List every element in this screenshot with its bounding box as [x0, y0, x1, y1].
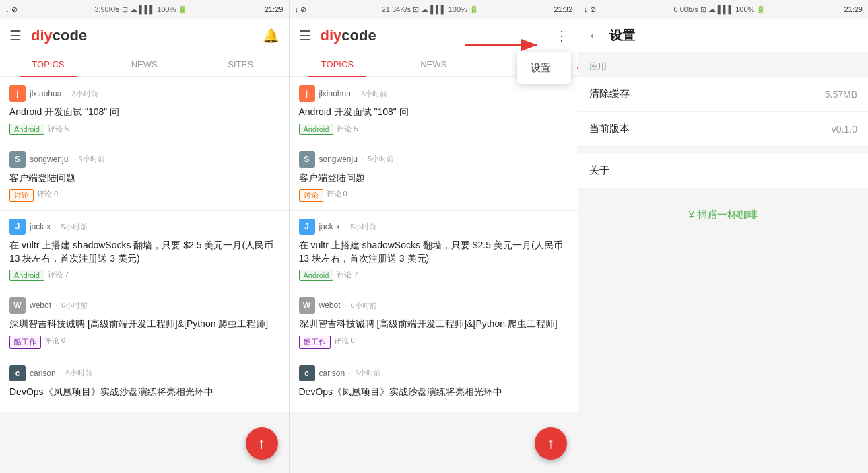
tag-2-4-comment: 评论 0	[334, 336, 355, 349]
tab-news-1[interactable]: NEWS	[96, 52, 193, 76]
top-bar-1: ☰ diycode 🔔	[0, 19, 289, 52]
tags-1-4: 酷工作 评论 0	[9, 336, 279, 349]
tag-2-1-comment: 评论 5	[337, 124, 358, 135]
fab-2[interactable]: ↑	[535, 427, 567, 460]
tag-comment-1-4: 评论 0	[44, 336, 65, 349]
feed-item-2-1[interactable]: j jlxiaohua · 3小时前 Android 开发面试 "108" 问 …	[290, 77, 578, 143]
dropdown-settings[interactable]: 设置	[517, 55, 571, 81]
tag-android-1-1: Android	[9, 124, 44, 135]
status-time-2: 21:32	[554, 5, 572, 13]
title-2-5: DevOps《凤凰项目》实战沙盘演练将亮相光环中	[299, 386, 569, 399]
tab-topics-1[interactable]: TOPICS	[0, 52, 96, 76]
settings-row-about[interactable]: 关于	[578, 153, 868, 188]
signal-icon-3: ↓ ⊘	[584, 5, 596, 14]
settings-list: 清除缓存 5.57MB 当前版本 v0.1.0	[578, 77, 868, 147]
status-center-2: 21.34K/s ⊡ ☁ ▌▌▌ 100% 🔋	[382, 5, 479, 14]
status-center-1: 3.98K/s ⊡ ☁ ▌▌▌ 100% 🔋	[94, 5, 187, 14]
title-2-1: Android 开发面试 "108" 问	[299, 106, 569, 119]
time-1-2: 5小时前	[78, 154, 104, 164]
tag-comment-1-3: 评论 7	[48, 270, 69, 281]
tag-comment-1-1: 评论 5	[48, 124, 69, 135]
tags-1-3: Android 评论 7	[9, 270, 279, 281]
author-1-2: songwenju	[30, 155, 68, 164]
donate-text[interactable]: ¥ 捐赠一杯咖啡	[689, 209, 758, 220]
title-1-1: Android 开发面试 "108" 问	[9, 106, 279, 119]
avatar-1-1: j	[9, 85, 26, 102]
title-1-3: 在 vultr 上搭建 shadowSocks 翻墙，只要 $2.5 美元一月(…	[9, 239, 279, 265]
feed-item-1-2[interactable]: S songwenju · 5小时前 客户端登陆问题 讨论 评论 0	[0, 143, 289, 211]
phone-2: ↓ ⊘ 21.34K/s ⊡ ☁ ▌▌▌ 100% 🔋 21:32 ☰ diyc…	[290, 0, 579, 473]
feed-item-1-1[interactable]: j jlxiaohua · 3小时前 Android 开发面试 "108" 问 …	[0, 77, 289, 143]
tab-news-2[interactable]: NEWS	[385, 52, 481, 76]
time-2-2: 5小时前	[368, 154, 394, 164]
feed-meta-1-4: W webot · 6小时前	[9, 297, 279, 314]
avatar-1-5: c	[9, 365, 26, 381]
settings-row-clear-cache[interactable]: 清除缓存 5.57MB	[578, 77, 868, 112]
tag-2-3-comment: 评论 7	[337, 270, 358, 281]
feed-item-1-5[interactable]: c carlson · 6小时前 DevOps《凤凰项目》实战沙盘演练将亮相光环…	[0, 357, 289, 412]
tab-topics-2[interactable]: TOPICS	[290, 52, 386, 76]
feed-item-2-5[interactable]: c carlson · 6小时前 DevOps《凤凰项目》实战沙盘演练将亮相光环…	[290, 357, 578, 412]
feed-meta-1-5: c carlson · 6小时前	[9, 365, 279, 381]
tag-discuss-1-2: 讨论	[9, 189, 34, 202]
status-time-1: 21:29	[265, 5, 283, 13]
signal-icon-2: ↓ ⊘	[295, 5, 307, 14]
tags-1-2: 讨论 评论 0	[9, 189, 279, 202]
status-bar-1: ↓ ⊘ 3.98K/s ⊡ ☁ ▌▌▌ 100% 🔋 21:29	[0, 0, 289, 19]
phone-3: ↓ ⊘ 0.00b/s ⊡ ☁ ▌▌▌ 100% 🔋 21:29 ← 设置 应用…	[578, 0, 868, 473]
avatar-2-2: S	[299, 151, 315, 168]
version-value: v0.1.0	[832, 124, 857, 135]
feed-1: j jlxiaohua · 3小时前 Android 开发面试 "108" 问 …	[0, 77, 289, 473]
time-2-1: 3小时前	[361, 89, 387, 99]
svg-line-3	[578, 67, 578, 235]
tab-sites-1[interactable]: SITES	[193, 52, 289, 76]
settings-top-bar: ← 设置	[578, 19, 868, 52]
bell-icon-1[interactable]: 🔔	[263, 28, 279, 44]
title-2-4: 深圳智吉科技诚聘 [高级前端开发工程师]&[Python 爬虫工程师]	[299, 318, 569, 331]
menu-icon-1[interactable]: ☰	[9, 28, 22, 44]
author-2-4: webot	[319, 301, 341, 310]
back-button[interactable]: ←	[588, 28, 601, 43]
feed-meta-1-2: S songwenju · 5小时前	[9, 151, 279, 168]
menu-icon-2[interactable]: ☰	[299, 28, 311, 44]
author-2-2: songwenju	[319, 155, 358, 164]
feed-item-2-2[interactable]: S songwenju · 5小时前 客户端登陆问题 讨论 评论 0	[290, 143, 578, 211]
settings-row-version: 当前版本 v0.1.0	[578, 112, 868, 147]
feed-item-1-3[interactable]: J jack-x · 5小时前 在 vultr 上搭建 shadowSocks …	[0, 211, 289, 289]
feed-meta-1-3: J jack-x · 5小时前	[9, 219, 279, 235]
tag-2-2-comment: 评论 0	[327, 189, 347, 202]
logo-2: diycode	[321, 27, 556, 44]
feed-meta-1-1: j jlxiaohua · 3小时前	[9, 85, 279, 102]
time-2-5: 6小时前	[355, 368, 381, 378]
feed-item-2-4[interactable]: W webot · 6小时前 深圳智吉科技诚聘 [高级前端开发工程师]&[Pyt…	[290, 289, 578, 357]
time-2-3: 5小时前	[350, 222, 376, 232]
version-label: 当前版本	[589, 122, 630, 135]
avatar-2-1: j	[299, 85, 315, 102]
tag-job-1-4: 酷工作	[9, 336, 41, 349]
tag-2-2-discuss: 讨论	[299, 189, 323, 202]
feed-item-2-3[interactable]: J jack-x · 5小时前 在 vultr 上搭建 shadowSocks …	[290, 211, 578, 289]
avatar-2-5: c	[299, 365, 315, 381]
time-1-3: 5小时前	[61, 222, 87, 232]
about-label: 关于	[589, 164, 609, 176]
tabs-1: TOPICS NEWS SITES	[0, 52, 289, 77]
fab-1[interactable]: ↑	[246, 427, 278, 460]
author-1-5: carlson	[30, 369, 56, 378]
top-bar-2: ☰ diycode ⋮	[290, 19, 578, 52]
time-2-4: 6小时前	[351, 301, 377, 311]
tag-2-4-job: 酷工作	[299, 336, 331, 349]
settings-section-app: 应用	[578, 52, 868, 77]
feed-2: j jlxiaohua · 3小时前 Android 开发面试 "108" 问 …	[290, 77, 578, 473]
bell-icon-2[interactable]: ⋮	[555, 28, 568, 44]
logo-1: diycode	[31, 27, 263, 44]
avatar-2-3: J	[299, 219, 315, 235]
clear-cache-label: 清除缓存	[589, 87, 630, 100]
author-2-5: carlson	[319, 369, 345, 378]
feed-item-1-4[interactable]: W webot · 6小时前 深圳智吉科技诚聘 [高级前端开发工程师]&[Pyt…	[0, 289, 289, 357]
status-bar-3: ↓ ⊘ 0.00b/s ⊡ ☁ ▌▌▌ 100% 🔋 21:29	[578, 0, 868, 19]
author-1-4: webot	[30, 301, 51, 310]
donate-section: ¥ 捐赠一杯咖啡	[578, 209, 868, 221]
settings-page-title: 设置	[609, 27, 635, 44]
tag-2-1-android: Android	[299, 124, 334, 135]
status-time-3: 21:29	[844, 5, 863, 13]
